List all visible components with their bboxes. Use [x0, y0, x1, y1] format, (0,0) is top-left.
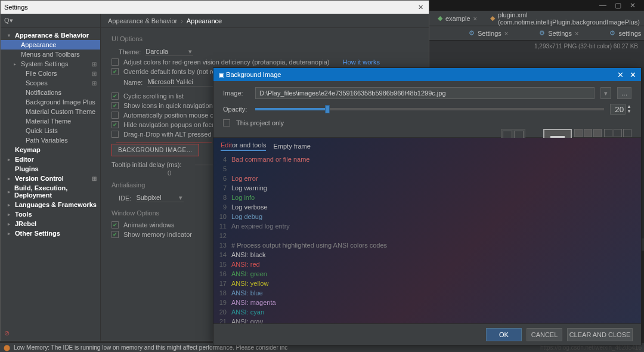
animate-label: Animate windows	[123, 221, 175, 229]
tree-label: Build, Execution, Deployment	[14, 184, 97, 199]
cyclic-checkbox[interactable]	[112, 92, 119, 100]
tree-node[interactable]: ▸JRebel	[1, 219, 100, 229]
bg-path-dropdown[interactable]: ▾	[600, 87, 611, 99]
preview-gutter: 45678910111213141516171819202122	[213, 155, 230, 323]
tree-label: System Settings	[21, 60, 68, 67]
editor-tab[interactable]: ⚙settings×	[606, 29, 644, 37]
project-badge-icon: ⊞	[92, 61, 97, 67]
code-line: ANSI: magenta	[231, 298, 641, 307]
tree-node[interactable]: Menus and Toolbars	[1, 50, 100, 59]
tree-node[interactable]: Keymap	[1, 145, 100, 155]
editor-tab[interactable]: ⚙Settings×	[535, 29, 582, 37]
low-memory-icon: ⬤	[4, 344, 10, 351]
tree-node[interactable]: Scopes⊞	[1, 78, 100, 88]
window-close[interactable]: ✕	[630, 1, 636, 10]
background-image-dialog: ▣ Background Image ✕✕ Image: ▾ … Opacity…	[213, 67, 642, 345]
tree-node[interactable]: ▸System Settings⊞	[1, 59, 100, 69]
tree-node[interactable]: ▸Build, Execution, Deployment	[1, 183, 100, 200]
settings-titlebar[interactable]: Settings ✕	[1, 1, 429, 14]
editor-tab[interactable]: ⚙Settings×	[465, 29, 512, 37]
theme-select[interactable]: Darcula	[145, 47, 193, 56]
automouse-checkbox[interactable]	[112, 112, 119, 119]
tree-node[interactable]: ▸Version Control⊞	[1, 174, 100, 183]
project-badge-icon: ⊞	[92, 80, 97, 87]
dragdrop-checkbox[interactable]	[112, 131, 119, 138]
code-line: # Process output highlighted using ANSI …	[231, 240, 641, 250]
tree-label: Appearance & Behavior	[15, 32, 89, 39]
tree-node[interactable]: ▸Editor	[1, 155, 100, 164]
bg-titlebar[interactable]: ▣ Background Image ✕✕	[213, 68, 641, 81]
tab-label: example	[445, 15, 470, 22]
showmem-checkbox[interactable]	[112, 231, 119, 238]
tree-label: Path Variables	[26, 137, 68, 144]
crumb-1: Appearance & Behavior	[108, 17, 177, 24]
bg-ok-button[interactable]: OK	[486, 328, 522, 341]
tree-node[interactable]: File Colors⊞	[1, 69, 100, 78]
window-maximize[interactable]: ▢	[615, 1, 621, 10]
override-fonts-checkbox[interactable]	[112, 68, 119, 75]
tab-empty-frame[interactable]: Empty frame	[273, 143, 310, 150]
tree-label: Tools	[15, 211, 32, 218]
settings-search[interactable]: Q▾	[1, 14, 100, 28]
showicons-checkbox[interactable]	[112, 102, 119, 109]
red-arrow-line	[116, 143, 212, 143]
bg-image-path[interactable]	[255, 87, 595, 99]
close-icon[interactable]: ×	[575, 30, 578, 37]
tree-label: Material Custom Theme	[26, 108, 95, 115]
bg-close-1[interactable]: ✕	[617, 70, 624, 79]
settings-close-icon[interactable]: ✕	[416, 4, 425, 11]
settings-tree: ▾Appearance & BehaviorAppearanceMenus an…	[1, 28, 100, 341]
editor-tab[interactable]: ◆plugin.xml (com.notime.intellijPlugin.b…	[487, 11, 644, 26]
animate-checkbox[interactable]	[112, 221, 119, 229]
tree-node[interactable]: Material Theme	[1, 116, 100, 126]
adjust-colors-checkbox[interactable]	[112, 58, 119, 66]
bg-close-2[interactable]: ✕	[630, 70, 636, 79]
project-only-checkbox[interactable]	[223, 119, 230, 126]
window-minimize[interactable]: —	[599, 1, 606, 10]
tree-label: Editor	[15, 156, 34, 163]
tree-node[interactable]: ▾Appearance & Behavior	[1, 30, 100, 40]
hidenav-checkbox[interactable]	[112, 121, 119, 128]
background-image-button[interactable]: BACKGROUND IMAGE...	[112, 144, 199, 156]
bg-opacity-value[interactable]	[610, 104, 626, 115]
editor-tab[interactable]: ◆example×	[434, 14, 481, 22]
editor-tabs-row-1: ◆example×◆plugin.xml (com.notime.intelli…	[429, 11, 644, 26]
tree-label: Notifications	[26, 89, 61, 96]
ui-options-header: UI Options	[112, 35, 418, 42]
tree-node[interactable]: Path Variables	[1, 135, 100, 145]
tree-label: Scopes	[26, 79, 48, 87]
tree-node[interactable]: Material Custom Theme	[1, 107, 100, 116]
tree-node[interactable]: ▸Languages & Frameworks	[1, 200, 100, 209]
font-name-label: Name:	[123, 79, 143, 86]
bg-opacity-slider[interactable]	[255, 108, 604, 110]
tooltip-delay-label: Tooltip initial delay (ms):	[112, 161, 181, 168]
tab-editor-tools[interactable]: Editor and tools	[221, 141, 266, 151]
bg-path-browse[interactable]: …	[617, 87, 631, 99]
tree-node[interactable]: Plugins	[1, 164, 100, 174]
tree-label: Keymap	[15, 146, 41, 153]
tree-label: Appearance	[21, 41, 56, 48]
tree-node[interactable]: Quick Lists	[1, 126, 100, 135]
close-icon[interactable]: ×	[473, 15, 477, 22]
tree-node[interactable]: ▸Other Settings	[1, 229, 100, 238]
error-icon[interactable]: ⊘	[4, 329, 10, 337]
tab-editor-rest: or and tools	[232, 141, 266, 149]
code-line: ANSI: cyan	[231, 307, 641, 317]
theme-label: Theme:	[119, 48, 141, 55]
bg-clear-button[interactable]: CLEAR AND CLOSE	[567, 328, 633, 341]
gear-icon: ⚙	[609, 29, 615, 37]
close-icon[interactable]: ×	[504, 30, 508, 37]
tree-node[interactable]: Appearance	[1, 40, 100, 50]
editor-tabs-row-2: ⚙Settings×⚙Settings×⚙settings×	[429, 26, 644, 41]
dragdrop-label: Drag-n-Drop with ALT pressed only	[123, 131, 225, 138]
tab-label: Settings	[478, 30, 501, 37]
aa-ide-select[interactable]: Subpixel	[136, 193, 184, 202]
bg-cancel-button[interactable]: CANCEL	[527, 328, 562, 341]
how-it-works-link[interactable]: How it works	[343, 58, 380, 66]
font-select[interactable]: Microsoft YaHei	[147, 78, 219, 87]
code-line: ANSI: yellow	[231, 279, 641, 288]
code-line: Log info	[231, 193, 641, 202]
tree-node[interactable]: Notifications	[1, 88, 100, 97]
tree-node[interactable]: Background Image Plus	[1, 97, 100, 107]
tree-node[interactable]: ▸Tools	[1, 209, 100, 219]
